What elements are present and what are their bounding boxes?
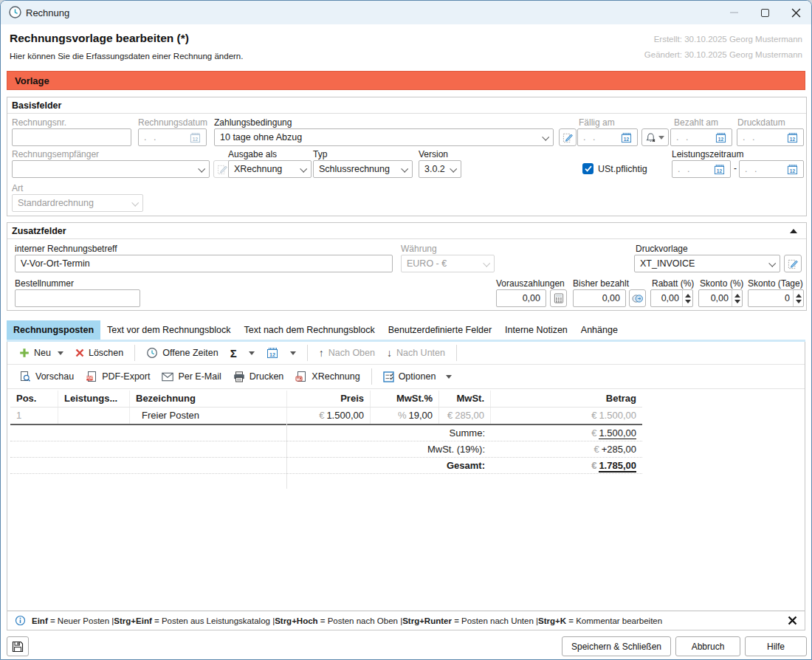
calendar-icon[interactable]: 12: [787, 132, 798, 143]
cell-mwst: €285,00: [439, 408, 491, 424]
export-toolbar: Vorschau PDF PDF-Export Per E-Mail Druck…: [7, 365, 805, 389]
waehrung-combo[interactable]: EURO - €: [401, 255, 495, 272]
preview-magnifier-icon: [19, 371, 31, 382]
bestellnummer-input[interactable]: [15, 289, 140, 307]
tab-interne-notizen[interactable]: Interne Notizen: [498, 320, 574, 340]
col-leistung[interactable]: Leistungs...: [58, 391, 130, 407]
col-betrag[interactable]: Betrag: [491, 391, 642, 407]
art-combo[interactable]: Standardrechnung: [12, 194, 143, 212]
zahlungsbedingung-edit-button[interactable]: [559, 128, 577, 146]
rechnungsnr-input[interactable]: [12, 128, 131, 146]
druckdatum-input[interactable]: . . 12: [737, 128, 804, 146]
calendar-icon[interactable]: 12: [787, 164, 798, 175]
per-email-button[interactable]: Per E-Mail: [156, 367, 227, 386]
window-title: Rechnung: [26, 7, 69, 18]
version-combo[interactable]: 3.0.2: [419, 160, 461, 178]
rechnungsempfaenger-combo[interactable]: [12, 160, 210, 178]
optionen-button[interactable]: Optionen: [377, 367, 458, 386]
tab-anhaenge[interactable]: Anhänge: [574, 320, 625, 340]
pdf-export-button[interactable]: PDF PDF-Export: [80, 367, 156, 386]
floppy-save-icon: [12, 641, 24, 653]
xrechnung-export-button[interactable]: XRechnung: [289, 367, 365, 386]
druckvorlage-edit-button[interactable]: [784, 255, 802, 272]
col-pos[interactable]: Pos.: [10, 391, 58, 407]
col-mwst[interactable]: MwSt.: [439, 391, 491, 407]
svg-text:12: 12: [790, 136, 796, 141]
rechnungsdatum-input[interactable]: . . 12: [138, 128, 207, 146]
payments-coins-button[interactable]: [629, 289, 646, 307]
created-meta: Erstellt: 30.10.2025 Georg Mustermann: [654, 35, 802, 44]
faellig-am-input[interactable]: . . 12: [577, 128, 638, 146]
leistungszeitraum-von-input[interactable]: . . 12: [672, 160, 731, 178]
calendar-icon[interactable]: 12: [621, 132, 632, 143]
bezahlt-am-input[interactable]: . . 12: [670, 128, 732, 146]
clock-icon: [146, 347, 158, 359]
chevron-down-icon: [542, 133, 549, 140]
col-mwst-pct[interactable]: MwSt.%: [371, 391, 439, 407]
abbruch-button[interactable]: Abbruch: [675, 636, 740, 656]
druckvorlage-combo[interactable]: XT_INVOICE: [634, 255, 780, 272]
table-row[interactable]: 1 Freier Posten €1.500,00 %19,00 €285,00…: [10, 408, 642, 425]
spin-up-icon: [685, 294, 691, 298]
loeschen-button[interactable]: Löschen: [69, 343, 129, 362]
ausgabe-als-combo[interactable]: XRechnung: [228, 160, 312, 178]
tab-text-nach-rechnungsblock[interactable]: Text nach dem Rechnungsblock: [238, 320, 382, 340]
vorauszahlungen-input[interactable]: 0,00: [496, 289, 546, 307]
save-button[interactable]: [7, 636, 29, 656]
close-icon: [791, 8, 801, 18]
shortcut-hint: Strg+Hoch = Posten nach Oben |: [275, 616, 402, 625]
tab-text-vor-rechnungsblock[interactable]: Text vor dem Rechnungsblock: [100, 320, 237, 340]
svg-text:12: 12: [718, 136, 724, 141]
shortcut-hint: Strg+Einf = Posten aus Leistungskatalog …: [114, 616, 275, 625]
chevron-down-icon: [300, 165, 307, 172]
rechnungsnr-label: Rechnungsnr.: [12, 117, 66, 128]
speichern-schliessen-button[interactable]: Speichern & Schließen: [562, 636, 671, 656]
statusbar-close-button[interactable]: [788, 616, 797, 625]
calendar-icon[interactable]: 12: [715, 132, 726, 143]
toolbar-separator: [371, 368, 372, 385]
vorschau-button[interactable]: Vorschau: [13, 367, 80, 386]
spinner-buttons[interactable]: [682, 290, 692, 306]
envelope-icon: [162, 372, 173, 382]
tab-rechnungsposten[interactable]: Rechnungsposten: [7, 320, 100, 340]
vorauszahlungen-calculator-button[interactable]: [550, 289, 567, 307]
collapse-arrow-icon[interactable]: [790, 229, 797, 233]
drucken-button[interactable]: Drucken: [227, 367, 290, 386]
reminder-bell-button[interactable]: [641, 128, 669, 146]
bisher-bezahlt-input[interactable]: 0,00: [573, 289, 626, 307]
calendar-icon[interactable]: 12: [190, 132, 201, 143]
summary-row-gesamt: Gesamt: €1.785,00: [10, 458, 642, 474]
nach-oben-button[interactable]: ↑ Nach Oben: [313, 343, 381, 362]
rabatt-spinner[interactable]: 0,00: [650, 289, 693, 307]
skonto-pct-spinner[interactable]: 0,00: [698, 289, 743, 307]
version-label: Version: [419, 149, 448, 159]
betreff-input[interactable]: V-Vor-Ort-Termin: [15, 255, 393, 272]
calculator-icon: [554, 293, 564, 303]
offene-zeiten-button[interactable]: Offene Zeiten: [140, 343, 224, 362]
minimize-button[interactable]: [718, 1, 749, 24]
bell-icon: [645, 132, 656, 143]
neu-button[interactable]: Neu: [13, 343, 69, 362]
calendar-icon[interactable]: 12: [714, 164, 725, 175]
kalender-button[interactable]: 12: [261, 343, 302, 362]
spinner-buttons[interactable]: [732, 290, 742, 306]
mwst-value: €+285,00: [491, 442, 642, 456]
col-bezeichnung[interactable]: Bezeichnung: [130, 391, 287, 407]
ust-pflichtig-checkbox[interactable]: [582, 163, 593, 174]
skonto-tage-spinner[interactable]: 0: [748, 289, 804, 307]
nach-unten-button[interactable]: ↓ Nach Unten: [381, 343, 451, 362]
summe-sigma-button[interactable]: Σ: [224, 343, 261, 362]
hilfe-button[interactable]: Hilfe: [745, 636, 807, 656]
typ-combo[interactable]: Schlussrechnung: [313, 160, 413, 178]
gesamt-value: €1.785,00: [491, 458, 642, 472]
maximize-button[interactable]: [749, 1, 780, 24]
col-preis[interactable]: Preis: [287, 391, 371, 407]
leistungszeitraum-bis-input[interactable]: . . 12: [739, 160, 804, 178]
close-button[interactable]: [780, 1, 811, 24]
chevron-down-icon: [446, 375, 452, 379]
tab-benutzerdefinierte-felder[interactable]: Benutzerdefinierte Felder: [382, 320, 498, 340]
zahlungsbedingung-combo[interactable]: 10 tage ohne Abzug: [214, 128, 554, 146]
cell-leistung: [58, 408, 130, 424]
spinner-buttons[interactable]: [793, 290, 803, 306]
cell-bezeichnung: Freier Posten: [130, 408, 287, 424]
